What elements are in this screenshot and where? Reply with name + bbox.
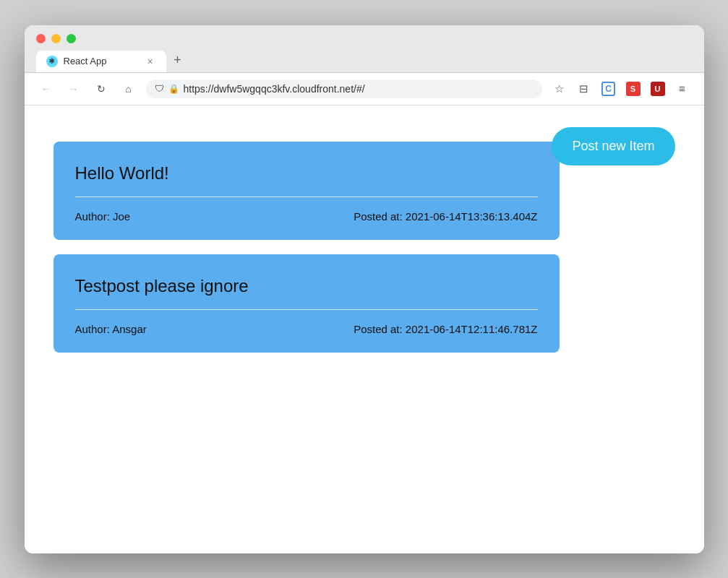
post-divider [75,197,538,197]
page-content: Post new Item Hello World! Author: Joe P… [25,105,704,553]
post-card: Hello World! Author: Joe Posted at: 2021… [53,142,560,240]
forward-button[interactable]: → [64,79,84,99]
home-icon: ⌂ [125,83,131,95]
maximize-window-button[interactable] [67,34,76,43]
tab-favicon: ⚛ [46,56,58,67]
reader-view-button[interactable]: ⊟ [574,79,594,99]
extension-icon-2[interactable]: U [648,79,668,99]
extension-icon-1[interactable]: S [623,79,643,99]
post-timestamp: Posted at: 2021-06-14T13:36:13.404Z [354,210,537,223]
tabs-row: ⚛ React App × + [36,51,693,72]
forward-arrow-icon: → [69,83,79,95]
reader-icon: ⊟ [579,82,588,95]
tab-close-button[interactable]: × [145,56,156,67]
bookmark-button[interactable]: ☆ [549,79,570,99]
container-symbol: C [601,82,615,96]
new-tab-button[interactable]: + [168,51,188,71]
post-meta: Author: Joe Posted at: 2021-06-14T13:36:… [75,210,538,223]
back-arrow-icon: ← [41,83,51,95]
post-timestamp: Posted at: 2021-06-14T12:11:46.781Z [354,323,537,335]
back-button[interactable]: ← [36,79,56,99]
minimize-window-button[interactable] [51,34,61,43]
toolbar-icons: ☆ ⊟ C S U ≡ [549,79,693,99]
container-icon[interactable]: C [599,79,619,99]
ext-red-icon: S [626,82,641,96]
post-divider [75,309,538,310]
lock-icon: 🔒 [168,84,179,94]
title-bar: ⚛ React App × + [25,25,704,73]
close-window-button[interactable] [36,34,46,43]
reload-button[interactable]: ↻ [91,79,111,99]
reload-icon: ↻ [97,83,106,95]
post-title: Testpost please ignore [75,276,538,296]
tab-title: React App [64,56,139,66]
post-author: Author: Ansgar [75,323,147,335]
url-display: https://dwfw5wgqqc3kfv.cloudfront.net/#/ [184,83,534,95]
posts-container: Hello World! Author: Joe Posted at: 2021… [53,142,560,353]
post-new-item-button[interactable]: Post new Item [552,127,675,165]
post-author: Author: Joe [75,210,131,223]
address-input-wrap[interactable]: 🛡 🔒 https://dwfw5wgqqc3kfv.cloudfront.ne… [146,79,542,98]
menu-icon: ≡ [679,82,685,95]
home-button[interactable]: ⌂ [119,79,139,99]
post-card: Testpost please ignore Author: Ansgar Po… [53,254,560,353]
post-title: Hello World! [75,163,538,184]
active-tab[interactable]: ⚛ React App × [36,51,166,72]
menu-button[interactable]: ≡ [672,79,693,99]
ext-dark-icon: U [651,82,665,96]
traffic-lights [36,34,693,43]
star-icon: ☆ [554,82,564,95]
address-bar: ← → ↻ ⌂ 🛡 🔒 https://dwfw5wgqqc3kfv.cloud… [25,73,704,105]
browser-window: ⚛ React App × + ← → ↻ ⌂ 🛡 🔒 https://dwfw… [25,25,704,553]
post-meta: Author: Ansgar Posted at: 2021-06-14T12:… [75,323,538,335]
shield-icon: 🛡 [155,83,164,94]
